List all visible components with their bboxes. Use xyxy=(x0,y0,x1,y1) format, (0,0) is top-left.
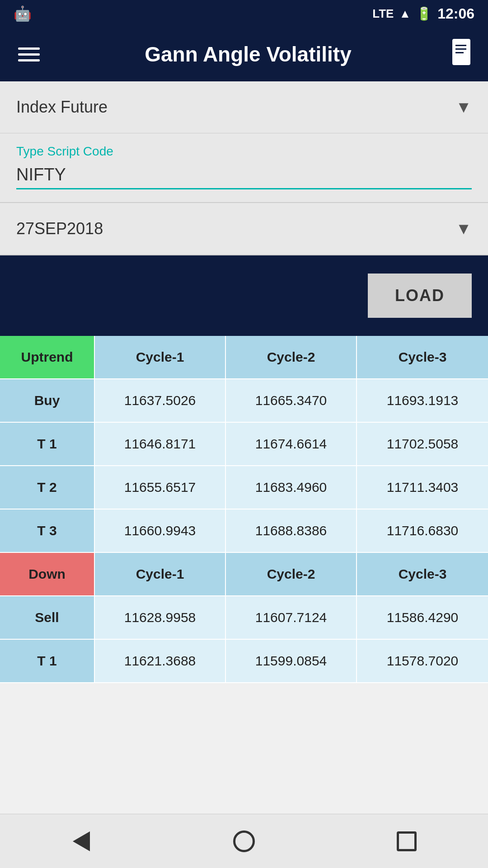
status-bar: 🤖 LTE ▲ 🔋 12:06 xyxy=(0,0,488,27)
table-row: T 1 11621.3688 11599.0854 11578.7020 xyxy=(0,640,488,683)
t1-cycle1-value: 11646.8171 xyxy=(95,423,226,465)
sell-cycle1-value: 11628.9958 xyxy=(95,596,226,639)
date-label: 27SEP2018 xyxy=(16,219,103,238)
down-t1-label: T 1 xyxy=(0,640,95,682)
back-button[interactable] xyxy=(63,823,99,859)
navbar: Gann Angle Volatility xyxy=(0,27,488,81)
script-code-hint: Type Script Code xyxy=(16,144,472,159)
load-button[interactable]: LOAD xyxy=(368,274,472,318)
data-table: Uptrend Cycle-1 Cycle-2 Cycle-3 Buy 1163… xyxy=(0,336,488,683)
home-icon xyxy=(233,830,255,852)
t3-label: T 3 xyxy=(0,509,95,552)
t1-label: T 1 xyxy=(0,423,95,465)
bottom-nav xyxy=(0,814,488,868)
status-bar-left: 🤖 xyxy=(14,5,32,22)
recents-button[interactable] xyxy=(389,823,425,859)
uptrend-cycle1-header: Cycle-1 xyxy=(95,336,226,378)
content-area: Index Future ▼ Type Script Code 27SEP201… xyxy=(0,81,488,683)
script-code-input[interactable] xyxy=(16,165,472,189)
load-section: LOAD xyxy=(0,255,488,336)
home-button[interactable] xyxy=(226,823,262,859)
recents-icon xyxy=(397,831,417,851)
svg-rect-3 xyxy=(455,52,464,53)
battery-icon: 🔋 xyxy=(416,6,432,21)
down-t1-cycle2-value: 11599.0854 xyxy=(226,640,357,682)
table-row: T 2 11655.6517 11683.4960 11711.3403 xyxy=(0,466,488,509)
status-time: 12:06 xyxy=(437,5,474,22)
t2-cycle2-value: 11683.4960 xyxy=(226,466,357,509)
file-icon[interactable] xyxy=(452,38,474,70)
table-row: Sell 11628.9958 11607.7124 11586.4290 xyxy=(0,596,488,640)
sell-label: Sell xyxy=(0,596,95,639)
uptrend-cycle3-header: Cycle-3 xyxy=(357,336,488,378)
t1-cycle3-value: 11702.5058 xyxy=(357,423,488,465)
t3-cycle1-value: 11660.9943 xyxy=(95,509,226,552)
svg-rect-1 xyxy=(455,45,466,46)
back-icon xyxy=(73,831,90,851)
status-bar-right: LTE ▲ 🔋 12:06 xyxy=(372,5,474,22)
hamburger-line-1 xyxy=(18,47,40,50)
page-title: Gann Angle Volatility xyxy=(58,42,438,66)
sell-cycle3-value: 11586.4290 xyxy=(357,596,488,639)
hamburger-menu-button[interactable] xyxy=(14,43,44,66)
svg-rect-2 xyxy=(455,48,466,50)
t2-cycle1-value: 11655.6517 xyxy=(95,466,226,509)
t2-cycle3-value: 11711.3403 xyxy=(357,466,488,509)
hamburger-line-3 xyxy=(18,59,40,61)
down-cycle1-header: Cycle-1 xyxy=(95,553,226,595)
table-row: Buy 11637.5026 11665.3470 11693.1913 xyxy=(0,379,488,423)
down-cycle3-header: Cycle-3 xyxy=(357,553,488,595)
date-chevron-icon: ▼ xyxy=(455,219,472,238)
uptrend-label: Uptrend xyxy=(0,336,95,378)
android-icon: 🤖 xyxy=(14,5,32,22)
t1-cycle2-value: 11674.6614 xyxy=(226,423,357,465)
down-cycle2-header: Cycle-2 xyxy=(226,553,357,595)
date-dropdown-section: 27SEP2018 ▼ xyxy=(0,203,488,255)
down-t1-cycle1-value: 11621.3688 xyxy=(95,640,226,682)
t2-label: T 2 xyxy=(0,466,95,509)
down-label: Down xyxy=(0,553,95,595)
sell-cycle2-value: 11607.7124 xyxy=(226,596,357,639)
down-t1-cycle3-value: 11578.7020 xyxy=(357,640,488,682)
uptrend-header-row: Uptrend Cycle-1 Cycle-2 Cycle-3 xyxy=(0,336,488,379)
buy-cycle2-value: 11665.3470 xyxy=(226,379,357,422)
buy-cycle1-value: 11637.5026 xyxy=(95,379,226,422)
signal-icon: ▲ xyxy=(399,7,411,21)
index-future-dropdown[interactable]: Index Future ▼ xyxy=(0,81,488,133)
downtrend-header-row: Down Cycle-1 Cycle-2 Cycle-3 xyxy=(0,553,488,596)
table-row: T 3 11660.9943 11688.8386 11716.6830 xyxy=(0,509,488,553)
hamburger-line-2 xyxy=(18,53,40,56)
index-future-chevron-icon: ▼ xyxy=(455,98,472,117)
uptrend-cycle2-header: Cycle-2 xyxy=(226,336,357,378)
index-future-label: Index Future xyxy=(16,98,108,117)
index-future-dropdown-section: Index Future ▼ xyxy=(0,81,488,133)
table-row: T 1 11646.8171 11674.6614 11702.5058 xyxy=(0,423,488,466)
lte-icon: LTE xyxy=(372,7,394,21)
t3-cycle2-value: 11688.8386 xyxy=(226,509,357,552)
t3-cycle3-value: 11716.6830 xyxy=(357,509,488,552)
script-code-section: Type Script Code xyxy=(0,133,488,203)
buy-label: Buy xyxy=(0,379,95,422)
date-dropdown[interactable]: 27SEP2018 ▼ xyxy=(0,203,488,255)
buy-cycle3-value: 11693.1913 xyxy=(357,379,488,422)
